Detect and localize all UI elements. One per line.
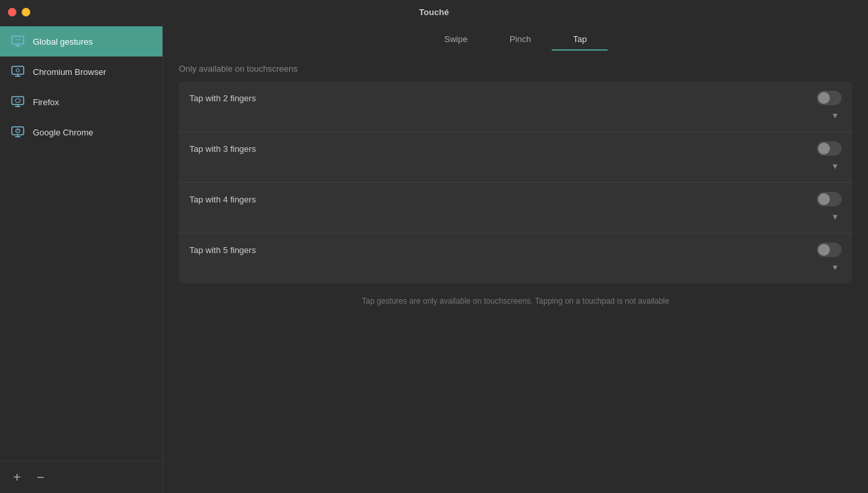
gesture-row-footer: ▼ bbox=[189, 109, 842, 122]
svg-rect-7 bbox=[12, 97, 24, 105]
gesture-row-header: Tap with 3 fingers bbox=[189, 141, 842, 156]
tap-4-toggle[interactable] bbox=[817, 192, 842, 206]
gestures-container: Tap with 2 fingers ▼ Tap with 3 fingers … bbox=[179, 82, 852, 283]
gesture-row-tap-3: Tap with 3 fingers ▼ bbox=[179, 132, 852, 183]
content-area: Swipe Pinch Tap Only available on touchs… bbox=[163, 24, 868, 493]
sidebar-item-label: Google Chrome bbox=[33, 128, 93, 137]
tap-2-toggle[interactable] bbox=[817, 91, 842, 105]
content-body: Only available on touchscreens Tap with … bbox=[163, 51, 868, 493]
gesture-row-header: Tap with 5 fingers bbox=[189, 243, 842, 257]
window-controls bbox=[8, 8, 30, 16]
tap-5-chevron-icon[interactable]: ▼ bbox=[829, 261, 842, 274]
minimize-button[interactable] bbox=[22, 8, 30, 16]
svg-point-6 bbox=[16, 69, 20, 72]
gesture-row-tap-2: Tap with 2 fingers ▼ bbox=[179, 82, 852, 132]
tap-3-toggle[interactable] bbox=[817, 141, 842, 156]
sidebar-item-label: Global gestures bbox=[33, 37, 93, 47]
sidebar-item-label: Firefox bbox=[33, 97, 59, 107]
tab-tap[interactable]: Tap bbox=[552, 29, 608, 51]
add-item-button[interactable]: + bbox=[11, 469, 24, 485]
svg-rect-0 bbox=[12, 36, 24, 44]
remove-item-button[interactable]: − bbox=[34, 469, 47, 485]
gesture-label: Tap with 3 fingers bbox=[189, 144, 256, 154]
gesture-row-tap-4: Tap with 4 fingers ▼ bbox=[179, 183, 852, 233]
gesture-row-footer: ▼ bbox=[189, 160, 842, 173]
sidebar-item-label: Chromium Browser bbox=[33, 67, 106, 77]
close-button[interactable] bbox=[8, 8, 16, 16]
tabs-bar: Swipe Pinch Tap bbox=[163, 24, 868, 51]
sidebar-items-list: Global gestures Chromium Browser bbox=[0, 24, 162, 461]
tap-5-toggle[interactable] bbox=[817, 243, 842, 257]
gesture-row-footer: ▼ bbox=[189, 210, 842, 223]
sidebar-item-chromium[interactable]: Chromium Browser bbox=[0, 57, 162, 87]
app-title: Touché bbox=[419, 7, 448, 17]
tab-pinch[interactable]: Pinch bbox=[489, 29, 552, 51]
google-chrome-icon bbox=[11, 125, 25, 139]
gesture-label: Tap with 2 fingers bbox=[189, 93, 256, 103]
gesture-label: Tap with 5 fingers bbox=[189, 245, 256, 255]
tap-4-chevron-icon[interactable]: ▼ bbox=[829, 210, 842, 223]
gesture-row-header: Tap with 2 fingers bbox=[189, 91, 842, 105]
sidebar: Global gestures Chromium Browser bbox=[0, 24, 163, 493]
section-header: Only available on touchscreens bbox=[179, 64, 852, 74]
gesture-row-footer: ▼ bbox=[189, 261, 842, 274]
sidebar-item-google-chrome[interactable]: Google Chrome bbox=[0, 117, 162, 147]
sidebar-item-firefox[interactable]: Firefox bbox=[0, 87, 162, 117]
tap-3-chevron-icon[interactable]: ▼ bbox=[829, 160, 842, 173]
titlebar: Touché bbox=[0, 0, 868, 24]
gesture-row-header: Tap with 4 fingers bbox=[189, 192, 842, 206]
sidebar-item-global-gestures[interactable]: Global gestures bbox=[0, 26, 162, 57]
chromium-icon bbox=[11, 64, 25, 79]
footer-note: Tap gestures are only available on touch… bbox=[179, 296, 852, 306]
firefox-icon bbox=[11, 95, 25, 109]
tab-swipe[interactable]: Swipe bbox=[423, 29, 489, 51]
main-layout: Global gestures Chromium Browser bbox=[0, 24, 868, 493]
gesture-label: Tap with 4 fingers bbox=[189, 195, 256, 204]
tap-2-chevron-icon[interactable]: ▼ bbox=[829, 109, 842, 122]
sidebar-footer: + − bbox=[0, 461, 162, 493]
monitor-icon bbox=[11, 34, 25, 49]
svg-rect-3 bbox=[12, 66, 24, 74]
gesture-row-tap-5: Tap with 5 fingers ▼ bbox=[179, 233, 852, 283]
